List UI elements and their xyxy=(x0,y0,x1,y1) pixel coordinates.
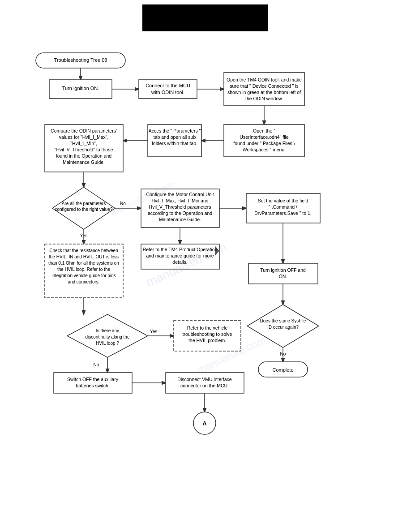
svg-text:with ODIN tool.: with ODIN tool. xyxy=(151,90,184,95)
svg-text:"Hvil_V_Threshold" to those: "Hvil_V_Threshold" to those xyxy=(55,147,113,152)
svg-text:the HVIL loop. Refer to the: the HVIL loop. Refer to the xyxy=(57,267,110,272)
svg-text:Hvil_V_Threshold parameters: Hvil_V_Threshold parameters xyxy=(149,204,211,210)
svg-text:the HVIL problem.: the HVIL problem. xyxy=(188,338,226,343)
svg-text:Are all the parameters: Are all the parameters xyxy=(62,201,106,206)
svg-text:Maintenance Guide.: Maintenance Guide. xyxy=(63,159,105,165)
svg-text:batteries switch.: batteries switch. xyxy=(76,383,109,388)
svg-text:connector on the MCU.: connector on the MCU. xyxy=(180,383,229,388)
svg-text:Set the value of the field: Set the value of the field xyxy=(258,198,308,203)
svg-text:Open the ": Open the " xyxy=(253,128,275,133)
svg-text:shown in green at the bottom l: shown in green at the bottom left of xyxy=(227,90,301,95)
svg-text:Connect to the MCU: Connect to the MCU xyxy=(146,83,190,88)
svg-text:"Hvil_I_Min",: "Hvil_I_Min", xyxy=(70,141,97,146)
svg-text:ID occur again?: ID occur again? xyxy=(267,325,299,330)
svg-text:and connectors.: and connectors. xyxy=(68,279,99,284)
svg-text:the HVIL_IN and HVIL_OUT is le: the HVIL_IN and HVIL_OUT is less xyxy=(49,254,119,259)
svg-text:according to the Operation and: according to the Operation and xyxy=(148,210,212,216)
svg-text:ON.: ON. xyxy=(279,274,287,279)
svg-text:than 0,1 Ohm for all the syste: than 0,1 Ohm for all the systems on xyxy=(48,261,119,266)
svg-text:No: No xyxy=(94,362,99,367)
svg-text:Refer to the vehicle: Refer to the vehicle xyxy=(187,325,228,330)
svg-text:Maintenance Guide.: Maintenance Guide. xyxy=(159,217,201,222)
flowchart-svg: Troubleshooting Tree 08 Turn ignition ON… xyxy=(9,45,402,528)
svg-text:folders within that tab.: folders within that tab. xyxy=(152,141,197,146)
svg-text:Complete: Complete xyxy=(272,367,293,373)
svg-text:the ODIN window.: the ODIN window. xyxy=(245,96,283,101)
svg-text:Hvil_I_Max, Hvil_I_Min and: Hvil_I_Max, Hvil_I_Min and xyxy=(151,198,208,203)
svg-text:Troubleshooting Tree 08: Troubleshooting Tree 08 xyxy=(54,57,107,63)
svg-text:configured to the right value?: configured to the right value? xyxy=(55,207,113,212)
svg-text:HVIL loop ?: HVIL loop ? xyxy=(96,341,119,346)
svg-text:Turn ignition OFF and: Turn ignition OFF and xyxy=(260,267,306,273)
page-container: Troubleshooting Tree 08 Turn ignition ON… xyxy=(0,0,411,532)
svg-text:Workspaces " menu.: Workspaces " menu. xyxy=(243,147,286,152)
svg-text:" .Command \: " .Command \ xyxy=(269,204,297,210)
svg-text:Disconnect VMU interface: Disconnect VMU interface xyxy=(177,377,232,382)
svg-text:integration vehicle guide for : integration vehicle guide for pins xyxy=(51,273,116,278)
svg-text:Turn ignition ON.: Turn ignition ON. xyxy=(62,86,99,91)
svg-text:UserInterface.odn4" file: UserInterface.odn4" file xyxy=(240,134,289,140)
svg-text:values for "Hvil_I_Max",: values for "Hvil_I_Max", xyxy=(59,134,109,140)
svg-text:found under " Package Files \: found under " Package Files \ xyxy=(233,141,295,146)
svg-text:sure that " Device Connected ": sure that " Device Connected " is xyxy=(230,83,298,89)
svg-text:Switch OFF the auxiliary: Switch OFF the auxiliary xyxy=(67,377,119,382)
svg-text:DrvParameters.Save " to 1.: DrvParameters.Save " to 1. xyxy=(254,210,311,216)
svg-text:Check that the resistance betw: Check that the resistance between xyxy=(49,248,118,253)
svg-text:discontinuity along the: discontinuity along the xyxy=(86,335,130,339)
svg-text:tab and open all sub: tab and open all sub xyxy=(154,134,196,140)
svg-text:Does the same SysFile: Does the same SysFile xyxy=(260,318,306,323)
svg-text:A: A xyxy=(202,420,207,427)
header-bar xyxy=(142,4,268,31)
svg-text:Open the TM4 ODIN tool, and ma: Open the TM4 ODIN tool, and make xyxy=(227,77,302,82)
svg-text:Compare the ODIN parameters': Compare the ODIN parameters' xyxy=(51,128,117,133)
svg-text:Acces the " Parameters ": Acces the " Parameters " xyxy=(149,128,201,133)
svg-text:found in the Operation and: found in the Operation and xyxy=(56,153,112,159)
svg-text:troubleshooting to solve: troubleshooting to solve xyxy=(183,331,232,337)
svg-text:Yes: Yes xyxy=(150,329,157,334)
svg-text:Is there any: Is there any xyxy=(96,328,119,333)
